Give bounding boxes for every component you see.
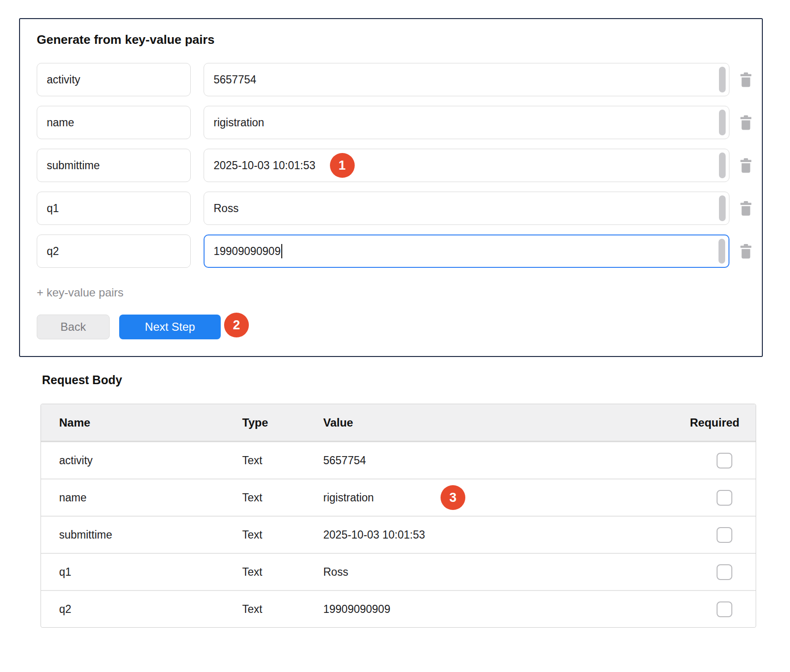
cell-name: activity xyxy=(59,454,242,467)
cell-type: Text xyxy=(242,566,323,579)
panel-title: Generate from key-value pairs xyxy=(37,32,762,47)
request-body-title: Request Body xyxy=(42,373,756,387)
value-input-text: Ross xyxy=(214,202,238,215)
kv-editor-panel: Generate from key-value pairs activity 5… xyxy=(19,18,763,357)
value-input-q2-focused[interactable]: 19909090909 xyxy=(204,234,729,268)
kv-row-activity: activity 5657754 xyxy=(37,63,762,96)
cell-required xyxy=(658,527,756,543)
text-cursor xyxy=(281,244,282,258)
input-scrollbar[interactable] xyxy=(718,239,725,264)
key-input-activity[interactable]: activity xyxy=(37,63,191,96)
add-key-value-link[interactable]: + key-value pairs xyxy=(37,286,123,299)
table-row-name: name Text rigistration 3 xyxy=(41,479,756,516)
delete-row-button[interactable] xyxy=(729,149,762,182)
cell-required xyxy=(658,601,756,617)
value-input-name[interactable]: rigistration xyxy=(204,106,729,139)
table-row-activity: activity Text 5657754 xyxy=(41,441,756,479)
trash-icon xyxy=(739,72,752,87)
trash-icon xyxy=(739,244,752,259)
column-header-name: Name xyxy=(59,416,242,429)
annotation-badge-2: 2 xyxy=(224,313,249,337)
cell-required xyxy=(658,564,756,580)
table-row-q2: q2 Text 19909090909 xyxy=(41,590,756,627)
column-header-required: Required xyxy=(658,416,756,429)
input-scrollbar[interactable] xyxy=(719,67,726,92)
column-header-type: Type xyxy=(242,416,323,429)
key-input-q2[interactable]: q2 xyxy=(37,234,191,268)
cell-type: Text xyxy=(242,491,323,504)
required-checkbox[interactable] xyxy=(717,601,732,617)
value-input-activity[interactable]: 5657754 xyxy=(204,63,729,96)
value-input-text: 19909090909 xyxy=(214,245,281,258)
key-input-q1[interactable]: q1 xyxy=(37,192,191,225)
value-input-submittime[interactable]: 2025-10-03 10:01:53 1 xyxy=(204,149,729,182)
required-checkbox[interactable] xyxy=(717,527,732,543)
delete-row-button[interactable] xyxy=(729,63,762,96)
cell-value: 19909090909 xyxy=(323,603,658,616)
delete-row-button[interactable] xyxy=(729,234,762,268)
cell-value: Ross xyxy=(323,566,658,579)
cell-type: Text xyxy=(242,454,323,467)
delete-row-button[interactable] xyxy=(729,106,762,139)
required-checkbox[interactable] xyxy=(717,490,732,506)
key-input-text: q2 xyxy=(47,245,59,258)
table-header-row: Name Type Value Required xyxy=(41,404,756,441)
kv-row-q2: q2 19909090909 xyxy=(37,234,762,268)
next-step-button[interactable]: Next Step xyxy=(119,315,221,339)
delete-row-button[interactable] xyxy=(729,192,762,225)
cell-name: q1 xyxy=(59,566,242,579)
trash-icon xyxy=(739,158,752,173)
kv-row-name: name rigistration xyxy=(37,106,762,139)
annotation-badge-1: 1 xyxy=(330,153,355,178)
annotation-badge-3: 3 xyxy=(441,485,465,510)
value-input-text: 2025-10-03 10:01:53 xyxy=(214,159,316,172)
kv-row-submittime: submittime 2025-10-03 10:01:53 1 xyxy=(37,149,762,182)
required-checkbox[interactable] xyxy=(717,564,732,580)
cell-required xyxy=(658,453,756,468)
key-input-text: q1 xyxy=(47,202,59,215)
cell-name: submittime xyxy=(59,529,242,541)
request-body-section: Request Body Name Type Value Required ac… xyxy=(41,373,756,628)
kv-rows: activity 5657754 name rigistration xyxy=(37,63,762,268)
key-input-text: submittime xyxy=(47,159,100,172)
key-input-submittime[interactable]: submittime xyxy=(37,149,191,182)
request-body-table: Name Type Value Required activity Text 5… xyxy=(41,404,756,628)
value-input-q1[interactable]: Ross xyxy=(204,192,729,225)
key-input-text: name xyxy=(47,116,74,129)
kv-row-q1: q1 Ross xyxy=(37,192,762,225)
key-input-name[interactable]: name xyxy=(37,106,191,139)
cell-value: 5657754 xyxy=(323,454,658,467)
button-row: Back Next Step 2 xyxy=(37,315,762,339)
required-checkbox[interactable] xyxy=(717,453,732,468)
table-row-q1: q1 Text Ross xyxy=(41,553,756,590)
input-scrollbar[interactable] xyxy=(719,110,726,135)
key-input-text: activity xyxy=(47,73,80,86)
cell-value: 2025-10-03 10:01:53 xyxy=(323,529,658,541)
cell-value: rigistration 3 xyxy=(323,485,658,510)
input-scrollbar[interactable] xyxy=(719,153,726,178)
cell-name: name xyxy=(59,491,242,504)
back-button[interactable]: Back xyxy=(37,315,110,339)
cell-type: Text xyxy=(242,603,323,616)
column-header-value: Value xyxy=(323,416,658,429)
input-scrollbar[interactable] xyxy=(719,195,726,221)
value-input-text: rigistration xyxy=(214,116,264,129)
cell-type: Text xyxy=(242,529,323,541)
value-input-text: 5657754 xyxy=(214,73,256,86)
trash-icon xyxy=(739,201,752,216)
trash-icon xyxy=(739,115,752,130)
cell-name: q2 xyxy=(59,603,242,616)
cell-required xyxy=(658,490,756,506)
table-row-submittime: submittime Text 2025-10-03 10:01:53 xyxy=(41,516,756,553)
